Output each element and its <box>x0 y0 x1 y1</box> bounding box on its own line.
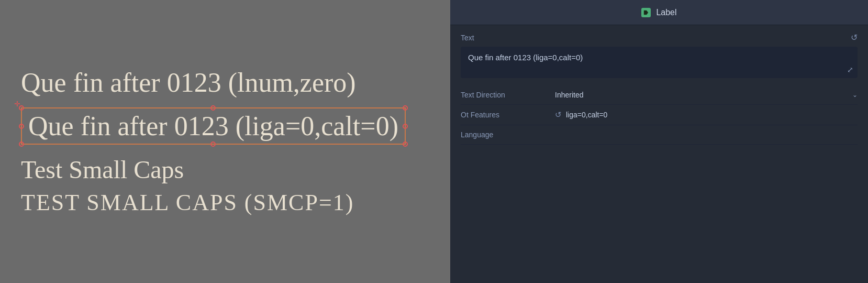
chevron-down-icon: ⌄ <box>852 91 858 99</box>
handle-top-left[interactable] <box>19 105 24 111</box>
handle-bottom-middle[interactable] <box>210 142 216 147</box>
ot-features-value: ↺ liga=0,calt=0 <box>555 110 858 119</box>
handle-middle-right[interactable] <box>403 124 408 129</box>
handle-top-right[interactable] <box>403 105 408 111</box>
text-direction-value: Inherited ⌄ <box>555 91 858 99</box>
text-direction-selected: Inherited <box>555 91 583 99</box>
handle-bottom-right[interactable] <box>403 142 408 147</box>
text-direction-label: Text Direction <box>461 91 555 99</box>
text-line-4-content: Test Small Caps (smcp=1) <box>21 190 354 215</box>
text-line-3: Test Small Caps <box>21 155 184 184</box>
canvas-area: Que fin after 0123 (lnum,zero) ✛ Que fin… <box>0 0 450 283</box>
handle-top-middle[interactable] <box>210 105 216 111</box>
text-value-box[interactable]: Que fin after 0123 (liga=0,calt=0) ⤢ <box>461 47 858 78</box>
text-line-2-content: Que fin after 0123 (liga=0,calt=0) <box>28 111 398 141</box>
text-line-2-selected[interactable]: ✛ Que fin after 0123 (liga=0,calt=0) <box>21 107 406 145</box>
expand-icon[interactable]: ⤢ <box>847 66 853 74</box>
handle-bottom-left[interactable] <box>19 142 24 147</box>
ot-reset-icon[interactable]: ↺ <box>555 110 562 119</box>
text-line-1: Que fin after 0123 (lnum,zero) <box>21 67 356 98</box>
label-icon <box>641 8 651 17</box>
text-direction-row: Text Direction Inherited ⌄ <box>461 85 858 105</box>
text-section-label: Text ↺ <box>461 32 858 42</box>
text-line-4: Test Small Caps (smcp=1) <box>21 189 354 216</box>
text-line-3-content: Test Small Caps <box>21 156 184 183</box>
text-value: Que fin after 0123 (liga=0,calt=0) <box>468 53 583 62</box>
right-panel: Label Text ↺ Que fin after 0123 (liga=0,… <box>450 0 868 283</box>
text-label: Text <box>461 34 474 42</box>
handle-middle-left[interactable] <box>19 124 24 129</box>
text-reset-icon[interactable]: ↺ <box>851 32 858 42</box>
language-row: Language <box>461 125 858 145</box>
panel-header: Label <box>450 0 868 25</box>
text-line-1-content: Que fin after 0123 (lnum,zero) <box>21 68 356 97</box>
panel-content: Text ↺ Que fin after 0123 (liga=0,calt=0… <box>450 25 868 283</box>
language-label: Language <box>461 130 555 139</box>
ot-features-label: Ot Features <box>461 111 555 119</box>
ot-features-text: liga=0,calt=0 <box>566 111 607 119</box>
ot-features-row: Ot Features ↺ liga=0,calt=0 <box>461 105 858 125</box>
text-direction-dropdown[interactable]: Inherited ⌄ <box>555 91 858 99</box>
panel-title: Label <box>656 8 676 17</box>
